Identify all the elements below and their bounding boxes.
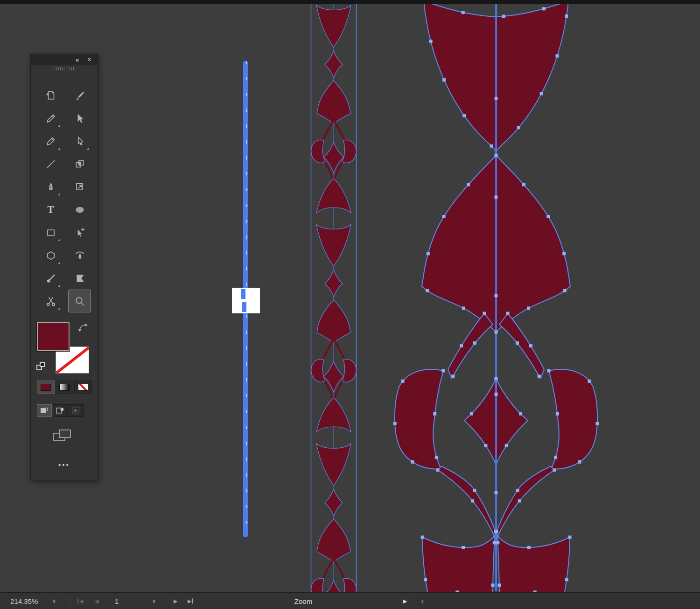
draw-behind-button[interactable] <box>53 404 68 417</box>
fill-color-swatch[interactable] <box>37 322 70 351</box>
anchor-point[interactable] <box>429 40 433 43</box>
anchor-point[interactable] <box>401 380 405 383</box>
tool-zoom[interactable] <box>68 290 91 312</box>
anchor-point[interactable] <box>568 536 572 539</box>
anchor-point[interactable] <box>462 11 465 14</box>
anchor-point[interactable] <box>497 584 501 587</box>
anchor-point[interactable] <box>495 154 498 157</box>
anchor-point[interactable] <box>517 126 520 129</box>
anchor-point[interactable] <box>436 469 440 472</box>
anchor-point[interactable] <box>542 7 546 10</box>
anchor-point[interactable] <box>588 380 591 383</box>
ornament-tail-left[interactable] <box>438 466 496 536</box>
default-fill-stroke-icon[interactable] <box>36 362 47 371</box>
draw-inside-button[interactable] <box>69 404 84 417</box>
anchor-point[interactable] <box>527 546 531 549</box>
last-artboard-button[interactable]: ▶ <box>188 598 193 604</box>
tool-line-segment[interactable] <box>39 152 62 175</box>
tool-direct-selection[interactable] <box>68 130 91 152</box>
anchor-point[interactable] <box>435 456 438 459</box>
next-artboard-button[interactable]: ▶ <box>174 598 177 604</box>
anchor-point[interactable] <box>529 344 532 347</box>
anchor-point[interactable] <box>502 15 505 18</box>
anchor-point[interactable] <box>495 97 498 100</box>
anchor-point[interactable] <box>451 374 455 378</box>
anchor-point[interactable] <box>516 489 519 492</box>
anchor-point[interactable] <box>518 499 521 503</box>
horizontal-scrollbar-track[interactable] <box>417 594 700 609</box>
tool-curvature[interactable] <box>68 244 91 267</box>
anchor-point[interactable] <box>563 289 567 292</box>
tool-blob-brush[interactable] <box>39 267 62 290</box>
fill-color-button[interactable] <box>37 381 55 394</box>
anchor-point[interactable] <box>565 14 568 18</box>
strip-motif-unit[interactable] <box>311 224 356 432</box>
anchor-point[interactable] <box>483 312 486 315</box>
anchor-point[interactable] <box>553 469 556 472</box>
canvas[interactable] <box>0 0 700 609</box>
anchor-point[interactable] <box>493 541 496 544</box>
anchor-point[interactable] <box>473 341 476 345</box>
anchor-point[interactable] <box>516 341 519 345</box>
anchor-point[interactable] <box>460 344 463 347</box>
scrollbar-left-arrow-icon[interactable]: ‹ <box>421 596 424 606</box>
anchor-point[interactable] <box>467 183 470 186</box>
anchor-point[interactable] <box>505 444 508 447</box>
anchor-point[interactable] <box>462 546 465 549</box>
anchor-point[interactable] <box>471 499 474 503</box>
anchor-point[interactable] <box>495 491 498 494</box>
anchor-point[interactable] <box>546 215 550 218</box>
tool-ellipse[interactable] <box>68 198 91 221</box>
anchor-point[interactable] <box>538 374 541 378</box>
tool-scissors[interactable] <box>39 290 62 312</box>
ornament-tail-right[interactable] <box>496 466 554 536</box>
anchor-point[interactable] <box>522 183 525 186</box>
first-artboard-button[interactable]: ◀ <box>77 598 83 604</box>
strip-motif-unit[interactable] <box>311 5 356 213</box>
tool-polygon[interactable] <box>39 244 62 267</box>
anchor-point[interactable] <box>527 306 530 310</box>
anchor-point[interactable] <box>442 369 445 373</box>
anchor-point[interactable] <box>462 114 466 117</box>
tool-pencil[interactable] <box>39 130 62 152</box>
anchor-point[interactable] <box>547 369 551 373</box>
tool-shaper[interactable] <box>39 107 62 130</box>
anchor-point[interactable] <box>393 422 397 425</box>
anchor-point[interactable] <box>490 145 493 148</box>
anchor-point[interactable] <box>555 54 559 57</box>
anchor-point[interactable] <box>562 252 566 255</box>
close-panel-icon[interactable]: × <box>87 56 91 63</box>
ornament-bottom-wing-left[interactable] <box>422 535 495 592</box>
anchor-point[interactable] <box>495 294 498 298</box>
anchor-point[interactable] <box>470 412 473 415</box>
tool-type[interactable]: T <box>39 198 62 221</box>
anchor-point[interactable] <box>433 412 436 415</box>
anchor-point[interactable] <box>554 456 557 459</box>
anchor-point[interactable] <box>565 578 568 581</box>
anchor-point[interactable] <box>421 536 424 539</box>
draw-normal-button[interactable] <box>37 404 52 417</box>
tool-free-transform[interactable] <box>68 175 91 198</box>
strip-motif-unit[interactable] <box>311 443 356 609</box>
anchor-point[interactable] <box>426 289 429 292</box>
anchor-point[interactable] <box>442 78 446 82</box>
ornament-fluke-left[interactable] <box>395 369 443 470</box>
anchor-point[interactable] <box>495 393 498 396</box>
collapse-panel-icon[interactable]: « <box>76 56 79 63</box>
ornament-border-strip[interactable] <box>311 4 357 609</box>
tool-rectangle[interactable] <box>39 221 62 244</box>
tool-overlap-shapes[interactable] <box>68 152 91 175</box>
zoom-level-field[interactable]: 214.35% <box>10 597 38 605</box>
ornament-fluke-right[interactable] <box>549 369 597 470</box>
panel-grip-handle[interactable] <box>31 67 98 70</box>
anchor-point[interactable] <box>506 312 510 315</box>
gradient-button[interactable] <box>56 381 73 394</box>
previous-artboard-button[interactable]: ◀ <box>95 598 98 604</box>
tool-group-selection[interactable] <box>68 221 91 244</box>
zoom-level-chevron-down-icon[interactable]: ∨ <box>52 598 56 604</box>
artboards-panel-icon[interactable] <box>52 429 73 443</box>
ornament-leg-right[interactable] <box>499 313 544 379</box>
white-rectangle-object[interactable] <box>232 288 260 313</box>
anchor-point[interactable] <box>495 331 498 334</box>
anchor-point[interactable] <box>495 377 498 381</box>
